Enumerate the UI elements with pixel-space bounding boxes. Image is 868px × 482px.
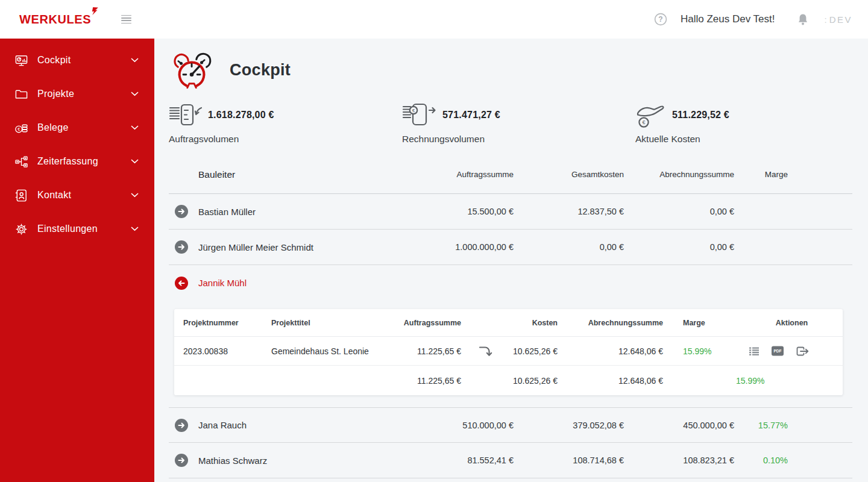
stat-value: 511.229,52 € <box>672 110 729 120</box>
sidebar-item-kontakt[interactable]: Kontakt <box>0 178 154 212</box>
speedometer-icon <box>173 51 212 89</box>
stat-auftragsvolumen: 1.618.278,00 € Auftragsvolumen <box>169 101 402 145</box>
abrechnungssumme-value: 450.000,00 € <box>624 421 734 430</box>
totals-marge: 15.99% <box>663 376 843 386</box>
marge-value: 15.77% <box>734 421 788 430</box>
project-totals-row: 11.225,65 € 10.625,26 € 12.648,06 € 15.9… <box>174 366 843 395</box>
col-header-bauleiter: Bauleiter <box>169 169 403 180</box>
sidebar-item-belege[interactable]: € Belege <box>0 111 154 145</box>
bauleiter-row: Mathias Schwarz 81.552,41 € 108.714,68 €… <box>169 443 852 478</box>
abrechnungssumme-value: 108.823,21 € <box>624 455 734 465</box>
sidebar-item-einstellungen[interactable]: Einstellungen <box>0 212 154 246</box>
col-header-auftragssumme: Auftragssumme <box>386 319 461 327</box>
chevron-down-icon <box>131 92 139 96</box>
bauleiter-name: Jannik Mühl <box>198 278 247 288</box>
project-row: 2023.00838 Gemeindehaus St. Leonie 11.22… <box>174 337 843 366</box>
projekttitel-value: Gemeindehaus St. Leonie <box>271 346 386 356</box>
main-content: Cockpit 1.618.278,00 € Auftragsvolumen <box>154 39 868 482</box>
org-time-icon <box>14 155 28 169</box>
gesamtkosten-value: 0,00 € <box>514 242 624 252</box>
bauleiter-row-expanded: Jannik Mühl <box>169 265 852 301</box>
marge-value: 15.99% <box>663 346 741 356</box>
col-header-abrechnungssumme: Abrechnungssumme <box>558 319 663 327</box>
abrechnungssumme-value: 12.648,06 € <box>558 346 663 356</box>
projektnummer-value: 2023.00838 <box>183 346 271 356</box>
bauleiter-row: Bastian Müller 15.500,00 € 12.837,50 € 0… <box>169 194 852 230</box>
topbar: WERKULES ? Hallo Zeus Dev Test! : DEV <box>0 0 868 39</box>
sidebar-item-projekte[interactable]: Projekte <box>0 77 154 111</box>
gear-icon <box>14 222 28 236</box>
stats-row: 1.618.278,00 € Auftragsvolumen € 571.471… <box>169 101 852 145</box>
current-costs-icon: € <box>635 101 667 129</box>
greeting-text: Hallo Zeus Dev Test! <box>681 13 775 25</box>
auftragssumme-value: 510.000,00 € <box>403 421 514 430</box>
project-detail-card: Projektnummer Projekttitel Auftragssumme… <box>174 309 843 395</box>
env-label: DEV <box>829 14 852 25</box>
export-icon[interactable] <box>796 346 809 356</box>
help-icon[interactable]: ? <box>654 13 667 26</box>
stat-aktuelle-kosten: € 511.229,52 € Aktuelle Kosten <box>635 101 852 145</box>
svg-text:€: € <box>642 119 645 125</box>
svg-text:€: € <box>412 108 415 113</box>
bauleiter-name: Bastian Müller <box>198 207 256 217</box>
sidebar: Cockpit Projekte € Belege Zeiter <box>0 39 154 482</box>
topbar-right: ? Hallo Zeus Dev Test! : DEV <box>654 13 852 26</box>
page-header: Cockpit <box>169 51 852 89</box>
stat-label: Auftragsvolumen <box>169 134 402 145</box>
list-icon[interactable] <box>749 347 759 355</box>
sidebar-item-label: Belege <box>37 122 69 133</box>
collapse-row-button[interactable] <box>175 277 188 290</box>
chevron-down-icon <box>131 159 139 164</box>
sidebar-item-zeiterfassung[interactable]: Zeiterfassung <box>0 145 154 178</box>
col-header-kosten: Kosten <box>509 319 558 327</box>
sidebar-item-label: Einstellungen <box>37 224 98 234</box>
aktionen-cell: PDF <box>741 346 843 356</box>
pdf-icon[interactable]: PDF <box>772 346 784 356</box>
bauleiter-name: Mathias Schwarz <box>198 455 267 466</box>
chevron-down-icon <box>131 125 139 130</box>
expand-row-button[interactable] <box>175 419 188 432</box>
contact-book-icon <box>14 189 28 202</box>
bauleiter-name: Jürgen Müller Meier Schmidt <box>198 242 313 252</box>
logo[interactable]: WERKULES <box>19 13 91 27</box>
col-header-marge: Marge <box>734 170 788 179</box>
chevron-down-icon <box>131 58 139 63</box>
kosten-value: 10.625,26 € <box>509 346 558 356</box>
expand-row-button[interactable] <box>175 240 188 254</box>
svg-text:PDF: PDF <box>774 349 782 353</box>
environment-badge: : DEV <box>824 14 852 25</box>
totals-abrechnungssumme: 12.648,06 € <box>558 376 663 386</box>
menu-icon[interactable] <box>119 13 134 27</box>
stat-label: Aktuelle Kosten <box>635 134 852 145</box>
dashboard-monitor-icon <box>14 54 28 67</box>
order-volume-icon <box>169 102 203 128</box>
bauleiter-table: Bauleiter Auftragssumme Gesamtkosten Abr… <box>169 155 852 478</box>
expand-row-button[interactable] <box>175 454 188 467</box>
bell-icon[interactable] <box>797 13 808 26</box>
totals-auftragssumme: 11.225,65 € <box>386 376 461 386</box>
sidebar-item-label: Projekte <box>37 89 74 99</box>
col-header-aktionen: Aktionen <box>741 319 843 327</box>
gesamtkosten-value: 379.052,08 € <box>514 421 624 430</box>
col-header-auftragssumme: Auftragssumme <box>403 170 514 179</box>
col-header-abrechnungssumme: Abrechnungssumme <box>624 170 734 179</box>
sidebar-item-cockpit[interactable]: Cockpit <box>0 43 154 77</box>
page-title: Cockpit <box>230 61 291 80</box>
chevron-down-icon <box>131 193 139 198</box>
expand-row-button[interactable] <box>175 205 188 218</box>
curved-arrow-down-icon <box>478 343 493 359</box>
stat-value: 571.471,27 € <box>442 110 500 120</box>
svg-text:€: € <box>17 127 20 131</box>
stat-rechnungsvolumen: € 571.471,27 € Rechnungsvolumen <box>402 101 635 145</box>
auftragssumme-value: 1.000.000,00 € <box>403 242 514 252</box>
coins-icon: € <box>14 121 28 135</box>
chevron-down-icon <box>131 227 139 231</box>
env-fragment: : <box>824 14 826 25</box>
sidebar-item-label: Kontakt <box>37 190 71 201</box>
gesamtkosten-value: 108.714,68 € <box>514 455 624 465</box>
invoice-volume-icon: € <box>402 102 437 128</box>
totals-kosten: 10.625,26 € <box>509 376 558 386</box>
table-header-row: Bauleiter Auftragssumme Gesamtkosten Abr… <box>169 155 852 194</box>
auftragssumme-value: 11.225,65 € <box>386 346 461 356</box>
logo-text: WERKULES <box>19 13 91 26</box>
